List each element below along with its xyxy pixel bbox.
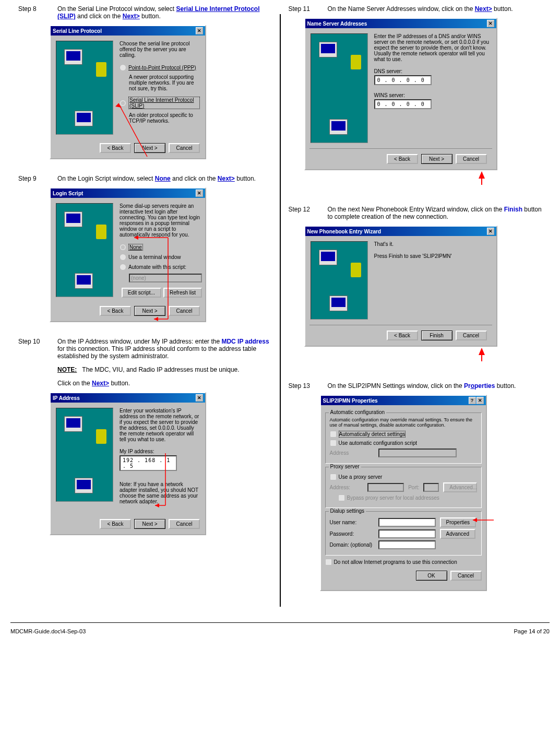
dialog-intro: Enter the IP addresses of a DNS and/or W… [374, 33, 491, 62]
slip-radio[interactable]: Serial Line Internet Protocol (SLIP) [120, 97, 200, 109]
next-button[interactable]: Next > [421, 154, 452, 164]
next-link: Next> [475, 5, 492, 13]
next-button[interactable]: Next > [134, 519, 165, 529]
cancel-button[interactable]: Cancel [169, 143, 200, 153]
config-address-input [378, 449, 457, 457]
step-9: Step 9 On the Login Script window, selec… [18, 175, 272, 322]
cancel-button[interactable]: Cancel [169, 306, 200, 316]
ppp-radio[interactable]: Point-to-Point Protocol (PPP) [120, 64, 200, 71]
finish-link: Finish [504, 206, 522, 213]
wizard-image [56, 203, 113, 297]
dialog-title: Name Server Addresses [307, 21, 367, 27]
terminal-radio[interactable]: Use a terminal window [120, 254, 202, 261]
footer-right: Page 14 of 20 [514, 628, 550, 634]
step-label: Step 8 [18, 5, 47, 20]
ppp-desc: A newer protocol supporting multiple net… [129, 74, 200, 91]
back-button[interactable]: < Back [100, 306, 131, 316]
ip-field-label: My IP address: [120, 449, 200, 454]
press-finish-text: Press Finish to save 'SLIP2IPMN' [374, 253, 491, 259]
close-icon[interactable]: ✕ [196, 394, 203, 402]
step-text: On the Name Server Addresses window, cli… [328, 5, 542, 13]
advanced-button: Advanced... [443, 482, 476, 492]
ip-note: Note: If you have a network adapter inst… [120, 481, 200, 504]
back-button[interactable]: < Back [387, 154, 418, 164]
wizard-image [311, 241, 368, 320]
none-radio[interactable]: None [120, 244, 202, 251]
cancel-button[interactable]: Cancel [450, 571, 482, 581]
domain-input[interactable] [378, 540, 436, 549]
step-label: Step 9 [18, 175, 47, 182]
dialog-intro: Enter your workstation's IP address on t… [120, 408, 200, 442]
dialog-title: SLIP2IPMN Properties [323, 398, 378, 404]
titlebar: IP Address ✕ [51, 393, 205, 403]
page-footer: MDCMR-Guide.doc\4-Sep-03 Page 14 of 20 [10, 622, 550, 634]
cancel-button[interactable]: Cancel [456, 331, 487, 340]
footer-left: MDCMR-Guide.doc\4-Sep-03 [10, 628, 86, 634]
next-link: Next> [92, 380, 109, 387]
proxy-port-input [423, 483, 439, 492]
finish-button[interactable]: Finish [421, 331, 452, 340]
proxy-fieldset: Proxy server Use a proxy server Address:… [325, 467, 482, 508]
titlebar: Name Server Addresses ✕ [305, 19, 496, 28]
close-icon[interactable]: ✕ [196, 190, 203, 197]
close-icon[interactable]: ✕ [476, 397, 484, 404]
back-button[interactable]: < Back [100, 519, 131, 529]
advanced-button[interactable]: Advanced [440, 529, 475, 539]
step-text: On the SLIP2IPMN Settings window, click … [328, 382, 542, 390]
dialog-intro: Choose the serial line protocol offered … [120, 41, 200, 58]
ip-address-dialog: IP Address ✕ Enter your workstation's IP… [50, 392, 206, 535]
titlebar: SLIP2IPMN Properties ?✕ [321, 396, 486, 405]
step-label: Step 13 [289, 382, 317, 390]
titlebar: Login Script ✕ [51, 188, 205, 198]
close-icon[interactable]: ✕ [487, 228, 494, 235]
ok-button[interactable]: OK [416, 571, 447, 581]
left-column: Step 8 On the Serial Line Protocol windo… [10, 5, 280, 607]
step-label: Step 11 [289, 5, 317, 13]
cancel-button[interactable]: Cancel [169, 519, 200, 529]
right-column: Step 11 On the Name Server Addresses win… [281, 5, 550, 607]
step-11: Step 11 On the Name Server Addresses win… [289, 5, 542, 185]
slip-desc: An older protocol specific to TCP/IP net… [129, 112, 200, 124]
wins-input[interactable]: 0 . 0 . 0 . 0 [374, 99, 432, 109]
mdc-ip-link: MDC IP address [221, 338, 269, 345]
back-button[interactable]: < Back [387, 331, 418, 340]
bypass-proxy-checkbox: Bypass proxy server for local addresses [338, 494, 477, 501]
properties-button[interactable]: Properties [440, 517, 476, 527]
slip2ipmn-properties-dialog: SLIP2IPMN Properties ?✕ Automatic config… [320, 395, 487, 591]
cancel-button[interactable]: Cancel [456, 154, 487, 164]
wins-label: WINS server: [374, 92, 491, 98]
phonebook-wizard-dialog: New Phonebook Entry Wizard ✕ That's it. … [304, 226, 497, 347]
use-proxy-checkbox[interactable]: Use a proxy server [330, 474, 477, 480]
name-server-dialog: Name Server Addresses ✕ Enter the IP add… [304, 18, 497, 170]
username-input[interactable] [378, 518, 436, 527]
dns-label: DNS server: [374, 68, 491, 74]
step-text: On the Login Script window, select None … [57, 175, 272, 182]
properties-link: Properties [464, 382, 495, 390]
help-icon[interactable]: ? [469, 397, 476, 404]
dialog-title: Serial Line Protocol [53, 28, 102, 34]
close-icon[interactable]: ✕ [487, 20, 494, 27]
refresh-list-button[interactable]: Refresh list [163, 288, 202, 298]
none-link: None [155, 175, 171, 182]
proxy-address-input [367, 483, 404, 492]
dns-input[interactable]: 0 . 0 . 0 . 0 [374, 75, 432, 85]
do-not-allow-checkbox[interactable]: Do not allow Internet programs to use th… [325, 559, 482, 565]
auto-detect-checkbox[interactable]: Automatically detect settings [330, 431, 477, 438]
next-button[interactable]: Next > [134, 143, 165, 153]
step-text: On the next New Phonebook Entry Wizard w… [328, 206, 542, 220]
next-button[interactable]: Next > [134, 306, 165, 316]
auto-config-fieldset: Automatic configuration Automatic config… [325, 412, 482, 464]
close-icon[interactable]: ✕ [196, 27, 203, 34]
titlebar: Serial Line Protocol ✕ [51, 26, 205, 36]
password-input[interactable] [378, 529, 436, 538]
ip-input[interactable]: 192 . 168 . 1 . 5 [120, 455, 177, 471]
edit-script-button[interactable]: Edit script... [122, 288, 161, 298]
dialog-title: New Phonebook Entry Wizard [307, 229, 382, 234]
back-button[interactable]: < Back [100, 143, 131, 153]
login-script-dialog: Login Script ✕ Some dial-up servers requ… [50, 187, 206, 322]
script-select[interactable]: (none) [129, 274, 202, 282]
wizard-image [56, 408, 113, 502]
wizard-image [311, 33, 368, 143]
automate-radio[interactable]: Automate with this script: [120, 264, 202, 270]
auto-script-checkbox[interactable]: Use automatic configuration script [330, 440, 477, 446]
